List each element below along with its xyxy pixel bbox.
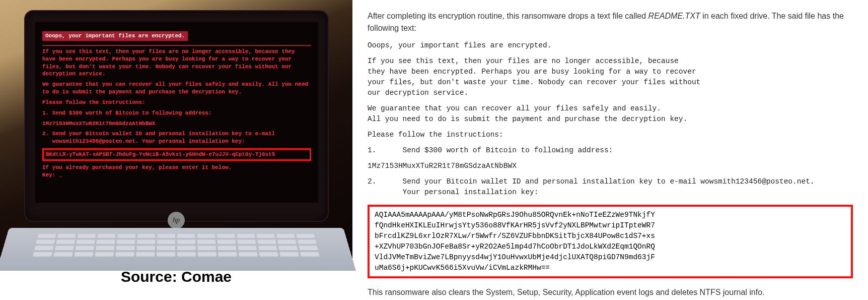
right-panel: After completing its encryption routine,… bbox=[352, 0, 868, 300]
intro-text: After completing its encryption routine,… bbox=[368, 10, 853, 34]
note-line: Please follow the instructions: bbox=[368, 130, 853, 140]
note-line: 1. Send $300 worth of Bitcoin to followi… bbox=[368, 145, 853, 156]
keys bbox=[32, 233, 320, 257]
divider bbox=[42, 45, 311, 46]
ransom-screen: Ooops, your important files are encrypte… bbox=[35, 22, 318, 203]
ransom-line: 2. Send your Bitcoin wallet ID and perso… bbox=[42, 130, 311, 145]
ransom-header: Ooops, your important files are encrypte… bbox=[42, 31, 188, 41]
note-block: We guarantee that you can recover all yo… bbox=[368, 103, 853, 125]
ransom-line: If you already purchased your key, pleas… bbox=[42, 164, 311, 179]
note-block: If you see this text, then your files ar… bbox=[368, 56, 853, 98]
intro-before: After completing its encryption routine,… bbox=[368, 12, 648, 20]
ransom-line: 1. Send $300 worth of Bitcoin to followi… bbox=[42, 109, 311, 117]
installation-key: BKdtLR-yTwkAT-xAPSBf-JhduFg-YvNciB-A5vkx… bbox=[46, 151, 308, 158]
outro-text: This ransomware also clears the System, … bbox=[368, 286, 853, 298]
note-block: 2. Send your Bitcoin wallet ID and perso… bbox=[368, 176, 853, 198]
hp-logo-icon: hp bbox=[168, 212, 185, 229]
installation-key-box: AQIAAA5mAAAApAAA/yM8tPsoNwRpGRsJ9Ohu85OR… bbox=[368, 205, 853, 278]
laptop-keyboard bbox=[0, 228, 356, 271]
ransom-line: If you see this text, then your files ar… bbox=[42, 48, 311, 78]
bitcoin-address: 1Mz7153HMuxXTuR2R1t78mGSdzaAtNbBWX bbox=[368, 161, 853, 171]
ransom-line: We guarantee that you can recover all yo… bbox=[42, 81, 311, 96]
readme-filename: README.TXT bbox=[648, 12, 700, 20]
note-line: Ooops, your important files are encrypte… bbox=[368, 40, 853, 51]
laptop-photo: Ooops, your important files are encrypte… bbox=[0, 0, 352, 262]
bitcoin-address: 1Mz7153HMuxXTuR2R1t78mGSdzaAtNbBWX bbox=[42, 120, 311, 128]
ransom-line: Please follow the instructions: bbox=[42, 99, 311, 106]
installation-key-box: BKdtLR-yTwkAT-xAPSBf-JhduFg-YvNciB-A5vkx… bbox=[42, 148, 311, 161]
left-panel: Ooops, your important files are encrypte… bbox=[0, 0, 352, 300]
comparison-figure: Ooops, your important files are encrypte… bbox=[0, 0, 868, 300]
